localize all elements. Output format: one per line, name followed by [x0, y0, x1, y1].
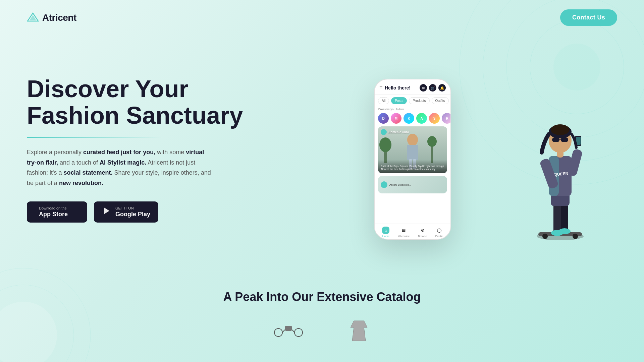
contact-us-button[interactable]: Contact Us [560, 9, 617, 26]
svg-point-23 [573, 234, 578, 239]
post-caption: Outfit of the Day - Buy and Virtually Tr… [378, 160, 447, 173]
post-avatar [381, 129, 387, 135]
product-icon-2 [345, 317, 372, 344]
svg-point-42 [551, 124, 570, 135]
profile-nav-icon: ◯ [435, 227, 443, 234]
filter-tabs: All Posts Products Outfits List [375, 95, 450, 107]
header: Atricent Contact Us [0, 0, 644, 35]
svg-marker-10 [104, 207, 109, 214]
post-card-2[interactable]: Antoni Stebelski... [378, 176, 447, 193]
svg-point-44 [294, 328, 303, 337]
app-store-button[interactable]: Download on the App Store [27, 201, 87, 223]
cart-icon[interactable]: 🛒 [429, 84, 436, 92]
logo: Atricent [27, 12, 76, 24]
browse-nav-icon: ⊙ [419, 227, 426, 234]
app-store-text: Download on the App Store [39, 206, 68, 218]
svg-rect-45 [285, 326, 292, 331]
post2-avatar [381, 181, 387, 188]
nav-browse[interactable]: ⊙ Browse [418, 227, 427, 238]
hero-left: Discover Your Fashion Sanctuary Explore … [27, 76, 248, 223]
creator-avatar-2[interactable]: M [391, 113, 401, 124]
catalog-title: A Peak Into Our Extensive Catalog [27, 290, 617, 304]
creators-label: Creators you follow [375, 107, 450, 113]
creator-avatar-3[interactable]: K [404, 113, 414, 124]
post-user: Domenic Auro [381, 129, 409, 135]
post-card-1[interactable]: Domenic Auro Outfit of the Day - Buy and… [378, 126, 447, 173]
bottom-section: A Peak Into Our Extensive Catalog [0, 277, 644, 311]
phone-greeting: Hello there! [385, 85, 411, 90]
nav-profile-label: Profile [435, 235, 443, 238]
svg-point-22 [542, 234, 548, 239]
creators-row: D M K A S R [375, 113, 450, 126]
filter-icon[interactable]: ⊞ [420, 84, 427, 92]
notification-icon[interactable]: 🔔 [438, 84, 446, 92]
nav-home-label: Home [382, 235, 389, 238]
product-item-2 [345, 317, 372, 344]
brand-name: Atricent [42, 12, 76, 23]
svg-rect-13 [407, 145, 418, 160]
google-play-text: GET IT ON Google Play [115, 206, 150, 218]
hero-description: Explore a personally curated feed just f… [27, 147, 215, 188]
google-play-icon [102, 206, 111, 218]
nav-home[interactable]: ⌂ Home [382, 227, 389, 238]
creator-avatar-4[interactable]: A [416, 113, 427, 124]
phone-action-icons: ⊞ 🛒 🔔 [420, 84, 446, 92]
nav-browse-label: Browse [418, 235, 427, 238]
tab-posts[interactable]: Posts [391, 97, 407, 104]
hero-section: Discover Your Fashion Sanctuary Explore … [0, 35, 644, 270]
svg-point-43 [274, 328, 282, 337]
svg-point-19 [427, 136, 437, 147]
products-row [0, 311, 644, 344]
hero-title-line2: Fashion Sanctuary [27, 102, 243, 129]
creator-avatar-6[interactable]: R [442, 113, 450, 124]
phone-mockup: ☰ Hello there! ⊞ 🛒 🔔 All Posts Products … [374, 79, 451, 240]
creator-avatar-1[interactable]: D [378, 113, 389, 124]
home-nav-icon: ⌂ [382, 227, 389, 234]
svg-point-12 [407, 134, 418, 146]
svg-point-27 [558, 228, 571, 234]
nav-wardrobe-label: Wardrobe [398, 235, 410, 238]
product-item-1 [272, 317, 305, 344]
svg-point-17 [379, 137, 391, 152]
tab-products[interactable]: Products [409, 97, 429, 104]
post-username: Domenic Auro [388, 130, 409, 134]
tab-all[interactable]: All [378, 97, 389, 104]
post2-username: Antoni Stebelski... [389, 183, 411, 186]
svg-rect-25 [561, 203, 568, 231]
hero-right: ☰ Hello there! ⊞ 🛒 🔔 All Posts Products … [268, 49, 617, 250]
google-play-button[interactable]: GET IT ON Google Play [94, 201, 158, 223]
fashion-illustration: QUEEN [523, 75, 597, 243]
hero-title-line1: Discover Your [27, 75, 189, 102]
product-icon-1 [272, 317, 305, 338]
svg-rect-24 [553, 203, 561, 233]
hero-divider [27, 137, 161, 138]
creator-avatar-5[interactable]: S [429, 113, 440, 124]
hero-title: Discover Your Fashion Sanctuary [27, 76, 248, 129]
phone-bottom-nav: ⌂ Home ▦ Wardrobe ⊙ Browse ◯ Profile [375, 224, 450, 239]
phone-header: ☰ Hello there! ⊞ 🛒 🔔 [375, 79, 450, 95]
tab-outfits[interactable]: Outfits [432, 97, 449, 104]
app-buttons: Download on the App Store GET IT ON Goog… [27, 201, 248, 223]
wardrobe-nav-icon: ▦ [400, 227, 408, 234]
nav-profile[interactable]: ◯ Profile [435, 227, 443, 238]
logo-icon [27, 12, 39, 24]
nav-wardrobe[interactable]: ▦ Wardrobe [398, 227, 410, 238]
